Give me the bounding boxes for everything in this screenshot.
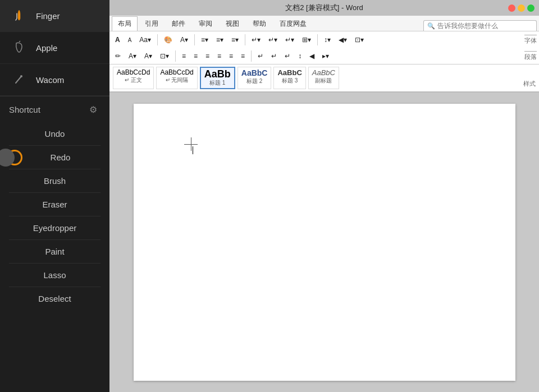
shortcut-item-brush[interactable]: Brush (0, 169, 109, 192)
gear-icon: ⚙ (89, 104, 97, 115)
shortcut-paint-label: Paint (45, 247, 64, 256)
style-h1-label: AaBb (204, 69, 231, 79)
shortcut-brush-label: Brush (44, 176, 66, 186)
shortcut-item-eyedropper[interactable]: Eyedropper (0, 216, 109, 239)
ribbon-search-input[interactable] (437, 22, 533, 30)
ribbon-row1: A A Aa▾ 🎨 A▾ ≡▾ ≡▾ ≡▾ ↵▾ ↵▾ ↵▾ ⊞▾ ↕▾ ◀▾ … (109, 31, 539, 48)
tab-baidu[interactable]: 百度网盘 (273, 16, 313, 31)
shortcut-settings-button[interactable]: ⚙ (86, 102, 101, 117)
style-h3-label: AaBbC (277, 68, 302, 77)
close-button[interactable] (508, 4, 515, 12)
font-size-large-btn[interactable]: A (112, 34, 124, 45)
cursor-cross (184, 137, 198, 151)
shortcut-item-redo[interactable]: Redo (0, 146, 109, 169)
text-cursor (193, 146, 193, 154)
shortcut-undo-label: Undo (45, 129, 65, 139)
font-face-btn[interactable]: Aa▾ (136, 34, 154, 45)
chinese-layout-btn[interactable]: ≡ (226, 50, 236, 62)
sidebar-item-finger[interactable]: Finger (0, 0, 109, 32)
sidebar-item-apple[interactable]: Apple (0, 32, 109, 64)
para-spacing-btn[interactable]: ↵ (268, 50, 280, 62)
pen-btn[interactable]: ✏ (112, 50, 124, 62)
border-btn[interactable]: ◀ (306, 50, 318, 62)
para-spacing2-btn[interactable]: ↵ (281, 50, 294, 62)
borders-btn[interactable]: ⊡▾ (157, 50, 172, 62)
sep2 (194, 34, 195, 45)
shortcut-lasso-label: Lasso (43, 270, 66, 280)
sep4 (317, 34, 318, 45)
line-spacing-btn[interactable]: ↵ (254, 50, 267, 62)
wacom-label: Wacom (36, 75, 64, 85)
style-h2[interactable]: AaBbC 标题 2 (237, 67, 272, 89)
ribbon-row2: ✏ A▾ A▾ ⊡▾ ≡ ≡ ≡ ≡ ≡ ≡ ↵ ↵ ↵ ↕ ◀ ▸▾ 段落 (109, 48, 539, 64)
tab-review[interactable]: 审阅 (193, 16, 218, 31)
window-title: 文档2 [兼容模式] - Word (285, 3, 363, 13)
font-size-small-btn[interactable]: A (125, 35, 135, 45)
align-right-btn[interactable]: ⊡▾ (351, 34, 367, 45)
shortcut-item-deselect[interactable]: Deselect (0, 287, 109, 310)
style-subtitle-sublabel: 副标题 (315, 77, 332, 85)
shortcut-item-eraser[interactable]: Eraser (0, 193, 109, 216)
tab-reference[interactable]: 引用 (139, 16, 165, 31)
para-section-label: 段落 (524, 51, 537, 61)
underline-color-btn[interactable]: A▾ (125, 50, 140, 62)
align-left2-btn[interactable]: ≡ (179, 50, 189, 62)
font-section-label: 字体 (524, 35, 537, 45)
more-btn[interactable]: ▸▾ (319, 50, 332, 62)
style-normal-label: AaBbCcDd (117, 68, 150, 76)
document-area[interactable] (109, 93, 539, 392)
align-left-btn[interactable]: ↕▾ (321, 34, 334, 45)
numbering-btn[interactable]: ≡▾ (213, 34, 227, 45)
svg-point-1 (20, 75, 22, 77)
style-h2-label: AaBbC (241, 68, 268, 77)
apple-label: Apple (36, 43, 57, 53)
traffic-lights (508, 4, 535, 12)
sort-btn[interactable]: ↵▾ (282, 34, 298, 45)
style-h1-sublabel: 标题 1 (209, 79, 225, 87)
bullets-btn[interactable]: ≡▾ (198, 34, 212, 45)
minimize-button[interactable] (518, 4, 525, 12)
sidebar-item-wacom[interactable]: Wacom (0, 64, 109, 96)
shortcut-label: Shortcut (9, 105, 40, 114)
shortcut-item-undo[interactable]: Undo (0, 122, 109, 145)
tab-view[interactable]: 视图 (220, 16, 245, 31)
shortcut-item-lasso[interactable]: Lasso (0, 264, 109, 287)
style-subtitle[interactable]: AaBbC 副标题 (308, 67, 339, 89)
justify-btn[interactable]: ≡ (214, 50, 225, 62)
tab-help[interactable]: 帮助 (246, 16, 272, 31)
align-center-btn[interactable]: ◀▾ (335, 34, 350, 45)
shortcut-eyedropper-label: Eyedropper (33, 223, 77, 233)
maximize-button[interactable] (527, 4, 535, 12)
shading-btn[interactable]: ↕ (295, 50, 305, 62)
style-h2-sublabel: 标题 2 (246, 77, 262, 85)
style-no-spacing-label: AaBbCcDd (160, 68, 193, 76)
wacom-icon (9, 70, 29, 90)
style-no-spacing-sublabel: ↵ 无间隔 (166, 76, 189, 84)
align-center2-btn[interactable]: ≡ (190, 50, 201, 62)
apple-icon (9, 38, 29, 58)
finger-icon (9, 6, 29, 26)
style-h3[interactable]: AaBbC 标题 3 (273, 67, 305, 89)
style-subtitle-label: AaBbC (312, 68, 335, 77)
show-marks-btn[interactable]: ⊞▾ (299, 34, 314, 45)
styles-section-label: 样式 (523, 80, 536, 89)
highlight-color-btn[interactable]: 🎨 (161, 34, 176, 45)
style-no-spacing[interactable]: AaBbCcDd ↵ 无间隔 (156, 67, 197, 89)
align-right2-btn[interactable]: ≡ (202, 50, 213, 62)
increase-indent-btn[interactable]: ↵▾ (265, 34, 281, 45)
sep3 (245, 34, 245, 45)
multilevel-btn[interactable]: ≡▾ (228, 34, 242, 45)
font-color-btn[interactable]: A▾ (177, 34, 191, 45)
shortcut-header: Shortcut ⚙ (0, 96, 109, 122)
tab-mail[interactable]: 邮件 (166, 16, 191, 31)
document-page[interactable] (134, 104, 515, 381)
style-normal[interactable]: AaBbCcDd ↵ 正文 (113, 67, 154, 89)
decrease-indent-btn[interactable]: ↵▾ (248, 34, 264, 45)
sep6 (251, 50, 252, 62)
sep5 (175, 50, 176, 62)
tab-layout[interactable]: 布局 (112, 16, 138, 31)
font-shading-btn[interactable]: A▾ (141, 50, 156, 62)
shortcut-item-paint[interactable]: Paint (0, 240, 109, 263)
chinese-layout2-btn[interactable]: ≡ (237, 50, 248, 62)
style-h1[interactable]: AaBb 标题 1 (200, 67, 235, 89)
